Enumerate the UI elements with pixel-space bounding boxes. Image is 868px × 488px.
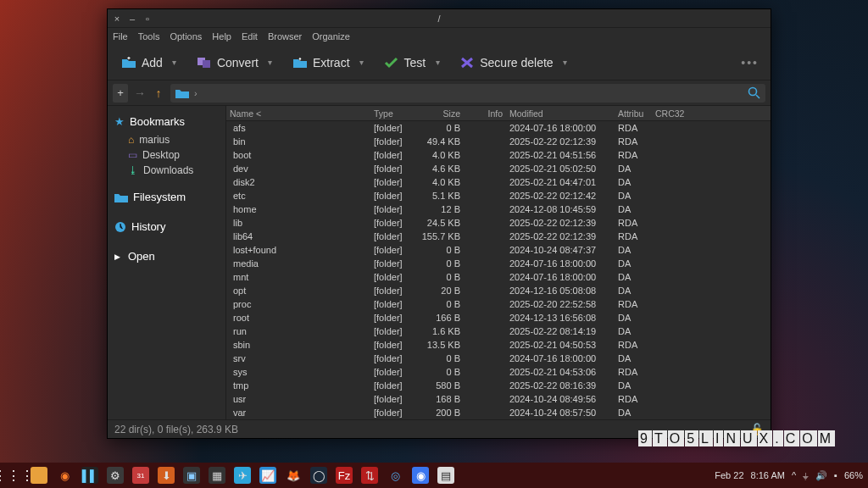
add-button[interactable]: Add ▾ <box>114 52 186 74</box>
app-telegram[interactable]: ✈ <box>234 467 251 484</box>
menu-browser[interactable]: Browser <box>268 31 302 42</box>
app-software[interactable]: ⬇ <box>158 467 175 484</box>
secure-delete-button[interactable]: Secure delete ▾ <box>453 52 576 74</box>
tray-up-icon[interactable]: ^ <box>792 470 796 480</box>
chevron-down-icon[interactable]: ▾ <box>560 58 570 67</box>
col-crc[interactable]: CRC32 <box>652 108 689 119</box>
table-row[interactable]: proc[folder]0 B2025-02-20 22:52:58RDA <box>226 297 771 311</box>
cell-size: 168 B <box>413 394 464 404</box>
sidebar-item-label: marius <box>139 134 170 146</box>
sidebar-filesystem[interactable]: Filesystem <box>114 186 225 208</box>
app-monitor[interactable]: 📈 <box>259 467 276 484</box>
sidebar-item-desktop[interactable]: ▭ Desktop <box>114 147 225 163</box>
table-row[interactable]: lost+found[folder]0 B2024-10-24 08:47:37… <box>226 243 771 257</box>
volume-icon[interactable]: 🔊 <box>815 470 827 481</box>
menu-help[interactable]: Help <box>212 31 231 42</box>
cell-size: 20 B <box>413 286 464 296</box>
col-attr[interactable]: Attribu <box>615 108 652 119</box>
titlebar[interactable]: × – ▫ / <box>108 9 771 28</box>
overflow-menu[interactable]: ••• <box>736 56 764 69</box>
close-button[interactable]: × <box>113 14 121 24</box>
table-row[interactable]: sbin[folder]13.5 KB2025-02-21 04:50:53RD… <box>226 338 771 352</box>
app-firefox[interactable]: ◉ <box>56 467 73 484</box>
menu-options[interactable]: Options <box>170 31 202 42</box>
column-headers[interactable]: Name < Type Size Info Modified Attribu C… <box>226 106 771 121</box>
table-row[interactable]: etc[folder]5.1 KB2025-02-22 02:12:42DA <box>226 189 771 202</box>
app-launcher[interactable]: ⋮⋮⋮ <box>5 467 22 484</box>
app-gimp[interactable]: 🦊 <box>285 467 302 484</box>
cell-name: home <box>226 204 370 214</box>
forward-button[interactable]: → <box>133 86 147 100</box>
chevron-down-icon[interactable]: ▾ <box>432 58 442 67</box>
col-modified[interactable]: Modified <box>506 108 615 119</box>
sidebar-history[interactable]: History <box>114 216 225 237</box>
app-chromium[interactable]: ◎ <box>387 467 403 484</box>
chevron-down-icon[interactable]: ▾ <box>357 58 367 67</box>
path-input[interactable]: › <box>170 84 765 103</box>
cell-attr: DA <box>615 380 652 391</box>
app-transmission[interactable]: ⇅ <box>361 467 378 484</box>
table-row[interactable]: bin[folder]49.4 KB2025-02-22 02:12:39RDA <box>226 135 771 148</box>
table-row[interactable]: home[folder]12 B2024-12-08 10:45:59DA <box>226 202 771 216</box>
new-tab-button[interactable]: + <box>113 84 128 103</box>
menu-tools[interactable]: Tools <box>138 31 160 42</box>
menu-edit[interactable]: Edit <box>242 31 258 42</box>
cell-type: [folder] <box>370 245 413 255</box>
chevron-down-icon[interactable]: ▾ <box>265 58 275 67</box>
menu-organize[interactable]: Organize <box>312 31 350 42</box>
table-row[interactable]: run[folder]1.6 KB2025-02-22 08:14:19DA <box>226 324 771 338</box>
table-row[interactable]: lib64[folder]155.7 KB2025-02-22 02:12:39… <box>226 230 771 243</box>
app-document[interactable]: ▤ <box>437 467 454 484</box>
up-button[interactable]: ↑ <box>152 86 165 100</box>
app-settings[interactable]: ⚙ <box>107 467 124 484</box>
sidebar-item-downloads[interactable]: ⭳ Downloads <box>114 163 225 178</box>
table-row[interactable]: srv[folder]0 B2024-07-16 18:00:00DA <box>226 352 771 365</box>
sidebar-open[interactable]: ▶ Open <box>114 246 225 267</box>
table-row[interactable]: opt[folder]20 B2024-12-16 05:08:08DA <box>226 284 771 297</box>
cell-size: 0 B <box>413 245 464 255</box>
app-signal[interactable]: ◉ <box>412 467 429 484</box>
sidebar-bookmarks[interactable]: ★ Bookmarks <box>114 111 225 132</box>
table-row[interactable]: usr[folder]168 B2024-10-24 08:49:56RDA <box>226 392 771 406</box>
cell-type: [folder] <box>370 150 413 160</box>
table-row[interactable]: root[folder]166 B2024-12-13 16:56:08DA <box>226 311 771 324</box>
table-row[interactable]: sys[folder]0 B2025-02-21 04:53:06RDA <box>226 365 771 379</box>
minimize-button[interactable]: – <box>128 14 136 24</box>
app-filezilla[interactable]: Fz <box>336 467 353 484</box>
table-row[interactable]: tmp[folder]580 B2025-02-22 08:16:39DA <box>226 379 771 392</box>
cell-modified: 2025-02-22 02:12:39 <box>506 218 615 228</box>
app-terminal[interactable]: ▌▌ <box>81 467 98 484</box>
search-icon[interactable] <box>748 86 760 99</box>
app-virt[interactable]: ▦ <box>209 467 225 484</box>
app-calendar[interactable]: 31 <box>132 467 149 484</box>
table-row[interactable]: media[folder]0 B2024-07-16 18:00:00DA <box>226 257 771 270</box>
wifi-icon[interactable]: ⏚ <box>803 470 809 480</box>
maximize-button[interactable]: ▫ <box>143 14 152 24</box>
col-name[interactable]: Name < <box>226 108 370 119</box>
col-size[interactable]: Size <box>413 108 464 119</box>
check-icon <box>384 55 399 70</box>
table-row[interactable]: mnt[folder]0 B2024-07-16 18:00:00DA <box>226 270 771 284</box>
table-row[interactable]: var[folder]200 B2024-10-24 08:57:50DA <box>226 406 771 419</box>
table-row[interactable]: disk2[folder]4.0 KB2025-02-21 04:47:01DA <box>226 175 771 189</box>
app-files[interactable] <box>31 467 47 484</box>
col-info[interactable]: Info <box>464 108 506 119</box>
battery-icon[interactable]: ▪ <box>834 470 837 480</box>
table-row[interactable]: boot[folder]4.0 KB2025-02-21 04:51:56RDA <box>226 148 771 162</box>
app-steam[interactable]: ◯ <box>310 467 327 484</box>
table-row[interactable]: lib[folder]24.5 KB2025-02-22 02:12:39RDA <box>226 216 771 230</box>
cell-type: [folder] <box>370 164 413 174</box>
convert-button[interactable]: Convert ▾ <box>190 52 282 74</box>
sidebar-item-home[interactable]: ⌂ marius <box>114 132 225 147</box>
table-row[interactable]: dev[folder]4.6 KB2025-02-21 05:02:50DA <box>226 162 771 175</box>
chevron-down-icon[interactable]: ▾ <box>170 58 180 67</box>
test-button[interactable]: Test ▾ <box>377 52 450 74</box>
star-icon: ★ <box>114 115 125 128</box>
tray-date[interactable]: Feb 22 <box>715 470 743 480</box>
tray-time[interactable]: 8:16 AM <box>751 470 785 480</box>
table-row[interactable]: afs[folder]0 B2024-07-16 18:00:00RDA <box>226 121 771 135</box>
app-screenshot[interactable]: ▣ <box>183 467 200 484</box>
extract-button[interactable]: Extract ▾ <box>286 52 374 74</box>
col-type[interactable]: Type <box>370 108 413 119</box>
menu-file[interactable]: File <box>113 31 128 42</box>
